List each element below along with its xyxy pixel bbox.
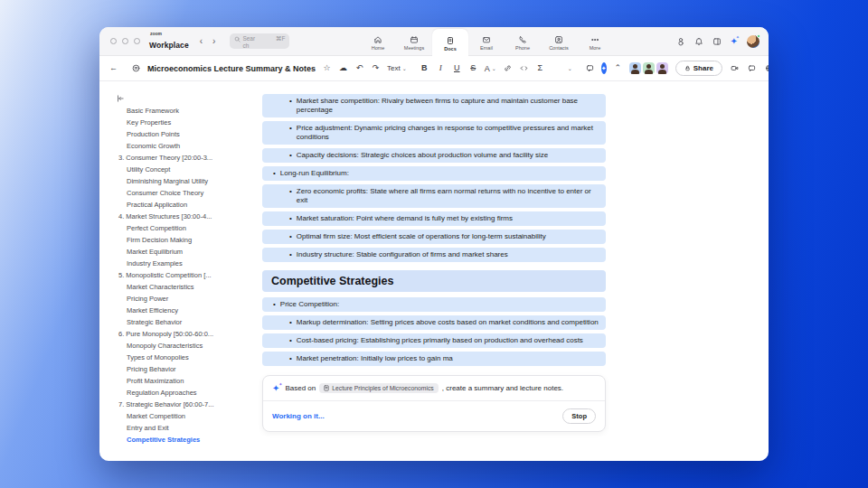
bullet-block[interactable]: •Market saturation: Point where demand i…	[262, 211, 606, 226]
share-button[interactable]: Share	[675, 61, 722, 76]
tab-phone[interactable]: Phone	[505, 27, 541, 56]
strikethrough-button[interactable]: S	[468, 61, 478, 76]
bullet-block[interactable]: •Market penetration: Initially low price…	[262, 352, 606, 366]
outline-item[interactable]: Monopoly Characteristics	[112, 340, 262, 352]
outline-item[interactable]: Pricing Power	[112, 293, 262, 305]
notifications-bell-icon[interactable]	[694, 37, 703, 46]
profile-status-icon[interactable]	[676, 37, 685, 46]
text-style-dropdown[interactable]: Text⌄	[387, 64, 407, 72]
tab-email[interactable]: Email	[468, 27, 505, 56]
outline-item[interactable]: Perfect Competition	[112, 222, 262, 234]
outline-item[interactable]: Pricing Behavior	[112, 363, 262, 375]
outline-item[interactable]: Economic Growth	[112, 140, 262, 152]
outline-item[interactable]: Types of Monopolies	[112, 352, 262, 363]
document-content: •Market share competition: Rivalry betwe…	[262, 81, 606, 461]
bullet-block[interactable]: •Markup determination: Setting prices ab…	[262, 315, 606, 330]
bullet-block[interactable]: •Industry structure: Stable configuratio…	[262, 248, 606, 262]
outline-item[interactable]: Market Efficiency	[112, 305, 262, 316]
underline-button[interactable]: U	[452, 61, 462, 76]
bullet-block[interactable]: •Zero economic profits: State where all …	[262, 184, 606, 208]
globe-language-button[interactable]	[764, 61, 769, 76]
stop-button[interactable]: Stop	[562, 408, 596, 424]
outline-item[interactable]: Key Properties	[112, 117, 262, 128]
outline-item[interactable]: 7. Strategic Behavior [60:00-7...	[112, 399, 262, 410]
search-input[interactable]: Search ⌘F	[230, 33, 289, 49]
outline-item[interactable]: Firm Decision Making	[112, 234, 262, 246]
outline-item[interactable]: 4. Market Structures [30:00-4...	[112, 211, 262, 222]
outline-item[interactable]: 5. Monopolistic Competition [...	[112, 269, 262, 281]
indent-spacer	[269, 151, 289, 160]
desktop-background: zoom Workplace ‹ › Search ⌘F HomeMeeting…	[0, 0, 868, 488]
bullet-glyph: •	[289, 151, 292, 160]
list-format-dropdown[interactable]: ⌄	[558, 64, 572, 72]
tab-more[interactable]: More	[577, 27, 613, 56]
back-chevron-icon[interactable]: ‹	[200, 36, 203, 46]
ai-companion-icon[interactable]: ✦✦	[731, 37, 738, 46]
outline-item[interactable]: Market Equilibrium	[112, 246, 262, 258]
outline-item[interactable]: Competitive Strategies	[112, 434, 262, 446]
bullet-block[interactable]: •Cost-based pricing: Establishing prices…	[262, 333, 606, 348]
outline-item[interactable]: Strategic Behavior	[112, 316, 262, 328]
tab-meetings[interactable]: Meetings	[396, 27, 432, 56]
bullet-glyph: •	[273, 300, 276, 309]
chevron-down-icon: ⌄	[402, 65, 407, 71]
close-window-button[interactable]	[110, 38, 117, 44]
forward-chevron-icon[interactable]: ›	[212, 36, 215, 46]
outline-item[interactable]: 3. Consumer Theory [20:00-3...	[112, 152, 262, 164]
insert-link-button[interactable]	[503, 61, 513, 76]
bullet-block[interactable]: •Price Competition:	[262, 297, 606, 312]
side-panel-toggle-icon[interactable]	[712, 37, 722, 46]
text-color-dropdown[interactable]: A⌄	[485, 64, 496, 73]
outline-item[interactable]: Consumer Choice Theory	[112, 187, 262, 199]
outline-item[interactable]: Regulation Approaches	[112, 387, 262, 399]
bold-button[interactable]: B	[420, 61, 429, 76]
collapse-sidebar-icon[interactable]	[116, 90, 125, 99]
equation-button[interactable]: Σ	[535, 61, 545, 76]
section-heading[interactable]: Competitive Strategies	[262, 270, 606, 292]
outline-item[interactable]: Industry Examples	[112, 258, 262, 269]
bullet-block[interactable]: •Market share competition: Rivalry betwe…	[262, 94, 606, 117]
bullet-block[interactable]: •Capacity decisions: Strategic choices a…	[262, 148, 606, 163]
user-avatar[interactable]	[747, 35, 760, 48]
outline-item[interactable]: Market Competition	[112, 410, 262, 422]
back-button[interactable]: ←	[108, 61, 118, 76]
video-call-button[interactable]	[730, 61, 740, 76]
redo-button[interactable]: ↷	[371, 61, 381, 76]
bullet-block[interactable]: •Optimal firm size: Most efficient scale…	[262, 230, 606, 244]
outline-item[interactable]: Practical Application	[112, 199, 262, 211]
collaborator-avatar[interactable]	[656, 62, 668, 74]
titlebar-right-cluster: ✦✦	[676, 27, 760, 56]
outline-item[interactable]: 6. Pure Monopoly [50:00-60:0...	[112, 328, 262, 340]
collaborator-avatar[interactable]	[629, 62, 641, 74]
outline-item[interactable]: Market Characteristics	[112, 281, 262, 293]
collapse-toolbar-button[interactable]: ⌃	[613, 61, 623, 76]
bullet-block[interactable]: •Price adjustment: Dynamic pricing chang…	[262, 121, 606, 145]
tab-docs[interactable]: Docs	[432, 29, 468, 56]
tab-contacts[interactable]: Contacts	[541, 27, 577, 56]
comment-button[interactable]	[585, 61, 595, 76]
outline-item[interactable]: Profit Maximization	[112, 375, 262, 387]
traffic-lights	[110, 38, 140, 44]
minimize-window-button[interactable]	[122, 38, 128, 44]
chat-button[interactable]	[747, 61, 757, 76]
italic-button[interactable]: I	[436, 61, 446, 76]
contacts-icon	[554, 35, 563, 44]
outline-item[interactable]: Diminishing Marginal Utility	[112, 175, 262, 187]
outline-item[interactable]: Utility Concept	[112, 164, 262, 175]
favorite-star-icon[interactable]: ☆	[322, 61, 332, 76]
zoom-window-button[interactable]	[134, 38, 140, 44]
indent-spacer	[269, 187, 289, 205]
undo-button[interactable]: ↶	[354, 61, 364, 76]
cloud-sync-icon[interactable]: ☁	[338, 61, 348, 76]
source-doc-chip[interactable]: Lecture Principles of Microeconomics	[319, 383, 439, 393]
tab-label: Phone	[515, 45, 530, 51]
bullet-glyph: •	[289, 318, 292, 327]
tab-home[interactable]: Home	[360, 27, 396, 56]
outline-item[interactable]: Basic Framework	[112, 105, 262, 117]
outline-item[interactable]: Production Points	[112, 128, 262, 140]
bullet-block[interactable]: •Long-run Equilibrium:	[262, 166, 606, 181]
ai-companion-button[interactable]: ✦	[601, 62, 607, 74]
outline-item[interactable]: Entry and Exit	[112, 422, 262, 434]
collaborator-avatar[interactable]	[643, 62, 655, 74]
code-block-button[interactable]	[519, 61, 529, 76]
